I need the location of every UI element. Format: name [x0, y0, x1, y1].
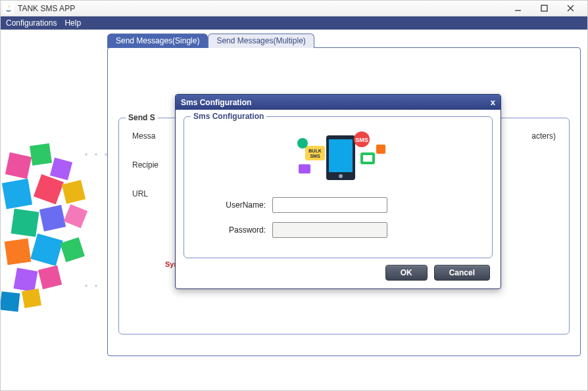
dialog-titlebar: Sms Configuration x: [176, 95, 501, 110]
svg-text:BULK: BULK: [308, 149, 321, 153]
bulk-sms-banner: SMS BULK SMS: [193, 125, 483, 188]
svg-point-28: [339, 174, 343, 178]
group-legend: Send S: [126, 113, 158, 122]
svg-rect-1: [541, 5, 547, 11]
decor-image: [1, 141, 109, 312]
tab-send-single[interactable]: Send Messages(Single): [107, 34, 208, 48]
svg-rect-12: [39, 205, 66, 231]
tab-send-multiple[interactable]: Send Messages(Multiple): [208, 34, 314, 48]
password-input[interactable]: [272, 222, 387, 238]
close-button[interactable]: [561, 3, 579, 14]
svg-text:SMS: SMS: [355, 137, 368, 143]
svg-point-21: [85, 153, 87, 156]
content-area: Send Messages(Single) Send Messages(Mult…: [1, 30, 587, 390]
username-label: UserName:: [193, 200, 272, 210]
window-titlebar: TANK SMS APP: [1, 1, 587, 16]
svg-rect-14: [5, 239, 32, 265]
svg-text:SMS: SMS: [310, 154, 320, 158]
password-label: Password:: [193, 225, 272, 235]
menu-help[interactable]: Help: [62, 17, 84, 29]
menubar: Configurations Help: [1, 16, 587, 30]
svg-rect-6: [30, 143, 52, 166]
svg-rect-20: [22, 288, 41, 308]
svg-point-22: [95, 153, 97, 156]
svg-rect-11: [11, 209, 39, 237]
svg-rect-35: [363, 155, 372, 162]
username-input[interactable]: [272, 197, 387, 213]
sms-config-dialog: Sms Configuration x Sms Configuration SM…: [175, 94, 501, 289]
java-icon: [3, 3, 14, 14]
svg-rect-17: [13, 267, 37, 292]
char-hint: acters): [531, 131, 556, 141]
svg-point-24: [85, 285, 87, 287]
dialog-ok-button[interactable]: OK: [385, 265, 428, 281]
svg-point-38: [297, 138, 308, 149]
dialog-group-legend: Sms Configuration: [191, 112, 266, 121]
svg-rect-19: [1, 292, 20, 312]
menu-configurations[interactable]: Configurations: [3, 17, 59, 29]
svg-rect-5: [5, 152, 32, 179]
svg-point-25: [95, 285, 97, 287]
svg-rect-8: [2, 179, 32, 209]
dialog-close-icon[interactable]: x: [491, 97, 495, 107]
dialog-group: Sms Configuration SMS BULK SMS: [184, 116, 493, 258]
svg-rect-37: [376, 145, 385, 154]
svg-rect-36: [299, 164, 310, 173]
dialog-title: Sms Configuration: [181, 98, 251, 107]
svg-rect-27: [329, 139, 353, 172]
minimize-button[interactable]: [508, 3, 527, 14]
dialog-cancel-button[interactable]: Cancel: [434, 265, 490, 281]
window-title: TANK SMS APP: [18, 4, 508, 13]
maximize-button[interactable]: [535, 3, 553, 14]
